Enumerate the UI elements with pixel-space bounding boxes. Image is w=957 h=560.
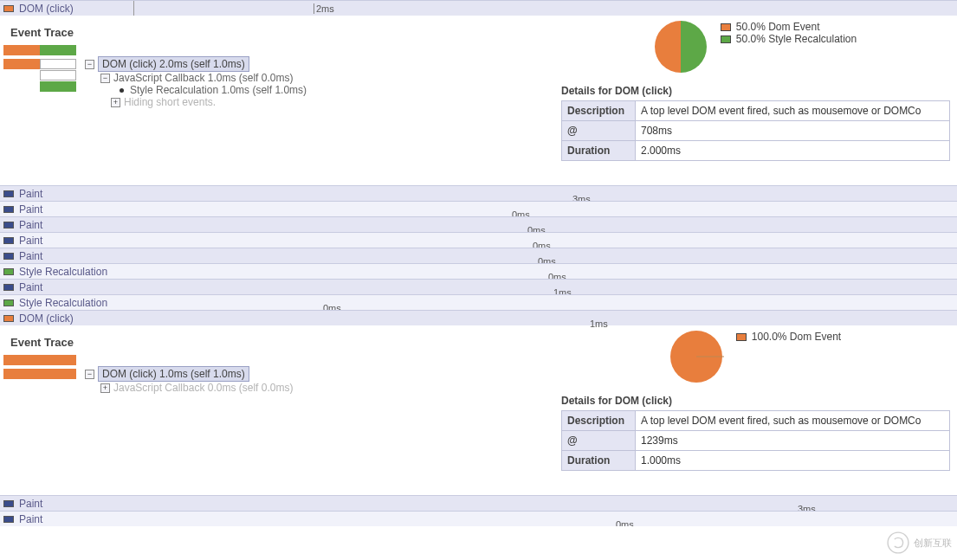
th-description: Description xyxy=(562,101,636,121)
pie-chart-1 xyxy=(655,21,707,73)
swatch-icon xyxy=(3,268,14,275)
expand-icon[interactable]: + xyxy=(100,383,110,393)
swatch-icon xyxy=(3,237,14,244)
event-row[interactable]: Paint0ms xyxy=(0,201,957,216)
swatch-icon xyxy=(3,500,14,507)
collapse-icon[interactable]: − xyxy=(85,60,94,69)
pie-legend-1: 50.0% Dom Event 50.0% Style Recalculatio… xyxy=(721,21,857,45)
th-duration: Duration xyxy=(562,451,636,471)
legend-swatch-icon xyxy=(721,23,731,31)
tree-child-js-2[interactable]: + JavaScript Callback 0.0ms (self 0.0ms) xyxy=(100,382,551,394)
expand-icon[interactable]: + xyxy=(111,98,120,107)
swatch-icon xyxy=(3,516,14,523)
trace-title: Event Trace xyxy=(10,336,551,349)
event-label: Paint xyxy=(19,281,42,293)
legend-swatch-icon xyxy=(721,35,731,43)
event-time: 2ms xyxy=(314,3,334,14)
event-row[interactable]: Paint0ms xyxy=(0,232,957,248)
event-label: Paint xyxy=(19,513,42,525)
event-label: Style Recalculation xyxy=(19,266,107,278)
td-at: 1239ms xyxy=(636,431,950,451)
swatch-icon xyxy=(3,299,14,306)
event-label: DOM (click) xyxy=(19,312,74,325)
event-row[interactable]: Paint0ms xyxy=(0,248,957,263)
event-row[interactable]: Paint3ms xyxy=(0,495,957,511)
event-label: Paint xyxy=(19,203,42,216)
sidecol-2: 100.0% Dom Event Details for DOM (click)… xyxy=(554,325,957,480)
panel-1: Event Trace − DOM (click) 2.0ms (self 1.… xyxy=(0,16,957,170)
sidecol-1: 50.0% Dom Event 50.0% Style Recalculatio… xyxy=(554,16,957,170)
event-row[interactable]: DOM (click)1ms xyxy=(0,310,957,325)
event-label: Paint xyxy=(19,235,42,247)
event-label: Paint xyxy=(19,188,42,200)
event-trace-2: Event Trace − DOM (click) 1.0ms (self 1.… xyxy=(0,325,554,480)
th-duration: Duration xyxy=(562,141,636,161)
hiding-note[interactable]: + Hiding short events. xyxy=(111,96,551,108)
trace-title: Event Trace xyxy=(10,26,551,39)
details-table-1: Description A top level DOM event fired,… xyxy=(561,100,950,161)
event-label: DOM (click) xyxy=(19,3,74,15)
bullet-icon xyxy=(120,88,124,93)
event-list-footer: Paint3msPaint0ms xyxy=(0,495,957,526)
swatch-icon xyxy=(3,190,14,197)
swatch-icon xyxy=(3,5,14,12)
swatch-icon xyxy=(3,315,14,322)
td-at: 708ms xyxy=(636,121,950,141)
swatch-icon xyxy=(3,206,14,213)
event-label: Paint xyxy=(19,219,42,231)
swatch-icon xyxy=(3,253,14,260)
event-row[interactable]: Paint3ms xyxy=(0,185,957,201)
pie-legend-2: 100.0% Dom Event xyxy=(736,331,841,343)
panel-2: Event Trace − DOM (click) 1.0ms (self 1.… xyxy=(0,325,957,480)
tree-root[interactable]: − DOM (click) 2.0ms (self 1.0ms) xyxy=(85,56,551,72)
event-trace-1: Event Trace − DOM (click) 2.0ms (self 1.… xyxy=(0,16,554,170)
swatch-icon xyxy=(3,284,14,291)
event-row[interactable]: Style Recalculation0ms xyxy=(0,294,957,310)
th-description: Description xyxy=(562,411,636,431)
event-row-dom-click-1[interactable]: DOM (click) 2ms xyxy=(0,0,957,16)
event-row[interactable]: Paint0ms xyxy=(0,216,957,232)
collapse-icon[interactable]: − xyxy=(85,370,94,379)
event-row[interactable]: Paint0ms xyxy=(0,511,957,526)
td-duration: 1.000ms xyxy=(636,451,950,471)
event-row[interactable]: Style Recalculation0ms xyxy=(0,263,957,279)
tree-child-js[interactable]: − JavaScript Callback 1.0ms (self 0.0ms) xyxy=(100,72,551,84)
event-label: Paint xyxy=(19,250,42,262)
event-row[interactable]: Paint1ms xyxy=(0,279,957,294)
th-at: @ xyxy=(562,431,636,451)
tree-root-2[interactable]: − DOM (click) 1.0ms (self 1.0ms) xyxy=(85,366,551,382)
event-label: Style Recalculation xyxy=(19,297,107,309)
details-title-1: Details for DOM (click) xyxy=(561,85,950,97)
event-label: Paint xyxy=(19,498,42,510)
details-title-2: Details for DOM (click) xyxy=(561,395,950,407)
td-duration: 2.000ms xyxy=(636,141,950,161)
legend-swatch-icon xyxy=(736,333,747,341)
event-list: Paint3msPaint0msPaint0msPaint0msPaint0ms… xyxy=(0,185,957,325)
swatch-icon xyxy=(3,222,14,229)
tree-child-style[interactable]: Style Recalculation 1.0ms (self 1.0ms) xyxy=(120,84,551,96)
td-description: A top level DOM event fired, such as mou… xyxy=(636,101,950,121)
th-at: @ xyxy=(562,121,636,141)
pie-chart-2 xyxy=(670,331,722,383)
collapse-icon[interactable]: − xyxy=(100,74,110,83)
details-table-2: Description A top level DOM event fired,… xyxy=(561,410,950,471)
td-description: A top level DOM event fired, such as mou… xyxy=(636,411,950,431)
